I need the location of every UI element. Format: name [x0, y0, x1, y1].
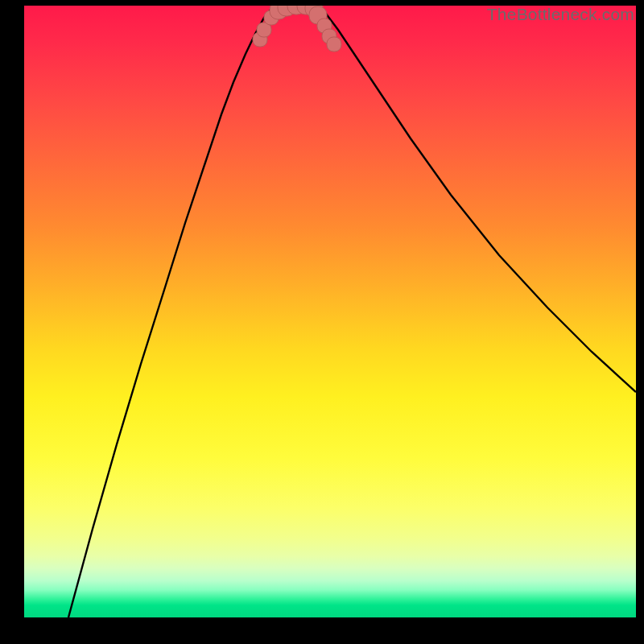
- bottleneck-curve-svg: [24, 6, 636, 617]
- left-curve: [68, 6, 278, 617]
- outer-frame: TheBottleneck.com: [0, 0, 644, 644]
- plot-area: [24, 6, 636, 617]
- right-curve: [318, 6, 636, 392]
- watermark-text: TheBottleneck.com: [487, 5, 634, 24]
- bottom-marker-cluster: [253, 6, 341, 52]
- marker-bead: [327, 37, 341, 52]
